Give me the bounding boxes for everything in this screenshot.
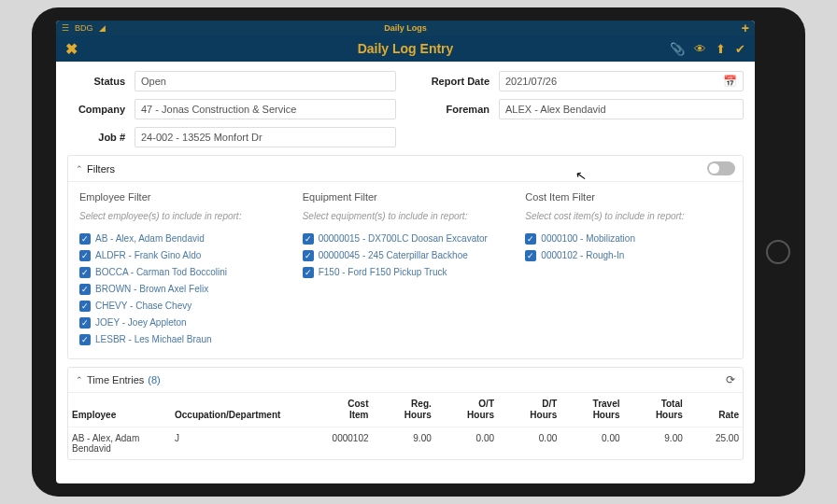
employee-label: JOEY - Joey Appleton xyxy=(95,317,187,329)
equipment-label: 00000015 - DX700LC Doosan Excavator xyxy=(319,233,488,245)
costitem-item[interactable]: 0000102 - Rough-In xyxy=(525,250,731,261)
equipment-item[interactable]: 00000015 - DX700LC Doosan Excavator xyxy=(303,233,509,245)
table-row[interactable]: AB - Alex, Adam BendavidJ00001029.000.00… xyxy=(68,427,743,460)
report-date-label: Report Date xyxy=(415,76,489,87)
chevron-up-icon: ⌃ xyxy=(76,164,83,174)
col-travel: TravelHours xyxy=(560,393,623,427)
col-rate: Rate xyxy=(687,393,743,427)
col-occupation: Occupation/Department xyxy=(171,393,292,427)
equipment-label: F150 - Ford F150 Pickup Truck xyxy=(319,267,447,278)
equipment-label: 00000045 - 245 Caterpillar Backhoe xyxy=(319,250,468,261)
employee-item[interactable]: JOEY - Joey Appleton xyxy=(79,317,286,329)
job-label: Job # xyxy=(67,132,125,143)
screen-title: Daily Logs xyxy=(56,23,755,33)
checkbox-icon[interactable] xyxy=(525,250,536,261)
col-dt: D/THours xyxy=(498,393,560,427)
equipment-item[interactable]: F150 - Ford F150 Pickup Truck xyxy=(303,267,509,278)
modal-header: ✖ Daily Log Entry 📎 👁 ⬆ ✔ xyxy=(56,35,755,62)
col-ot: O/THours xyxy=(435,393,498,427)
employee-label: LESBR - Les Michael Braun xyxy=(95,334,212,345)
checkbox-icon[interactable] xyxy=(79,233,91,245)
employee-label: BOCCA - Carman Tod Boccolini xyxy=(95,267,227,278)
time-entries-section: ⌃ Time Entries (8) ⟳ Employee Occupation… xyxy=(67,367,744,460)
col-employee: Employee xyxy=(68,393,171,427)
foreman-label: Foreman xyxy=(415,104,489,115)
confirm-icon[interactable]: ✔ xyxy=(735,42,745,56)
filters-toggle[interactable] xyxy=(707,161,735,175)
view-icon[interactable]: 👁 xyxy=(694,42,706,56)
calendar-icon[interactable]: 📅 xyxy=(723,75,737,88)
tablet-frame: ☰ BDG ◢ Daily Logs + ✖ Daily Log Entry 📎… xyxy=(32,7,805,497)
employee-item[interactable]: BOCCA - Carman Tod Boccolini xyxy=(79,267,286,278)
col-cost-item: CostItem xyxy=(292,393,373,427)
filters-header[interactable]: ⌃ Filters xyxy=(68,156,743,182)
add-icon[interactable]: + xyxy=(742,21,749,35)
costitem-item[interactable]: 0000100 - Mobilization xyxy=(525,233,731,245)
status-label: Status xyxy=(67,76,125,87)
upload-icon[interactable]: ⬆ xyxy=(716,42,726,56)
cell-travel: 0.00 xyxy=(560,427,623,460)
checkbox-icon[interactable] xyxy=(79,284,91,295)
time-entries-table: Employee Occupation/Department CostItem … xyxy=(68,392,743,459)
chevron-up-icon: ⌃ xyxy=(76,375,83,385)
filters-section: ⌃ Filters Employee Filter Select employe… xyxy=(67,155,744,359)
cell-ot: 0.00 xyxy=(435,427,498,460)
checkbox-icon[interactable] xyxy=(303,267,314,278)
modal-title: Daily Log Entry xyxy=(358,41,454,56)
checkbox-icon[interactable] xyxy=(79,334,91,345)
checkbox-icon[interactable] xyxy=(79,267,91,278)
equipment-item[interactable]: 00000045 - 245 Caterpillar Backhoe xyxy=(303,250,509,261)
employee-label: BROWN - Brown Axel Felix xyxy=(95,284,208,295)
status-bar: ☰ BDG ◢ Daily Logs + xyxy=(56,21,755,35)
cell-occupation: J xyxy=(171,427,292,460)
employee-item[interactable]: AB - Alex, Adam Bendavid xyxy=(79,233,286,245)
employee-label: ALDFR - Frank Gino Aldo xyxy=(95,250,201,261)
checkbox-icon[interactable] xyxy=(79,317,91,329)
employee-filter-hint: Select employee(s) to include in report: xyxy=(79,210,286,222)
time-entries-title: Time Entries xyxy=(87,374,144,385)
company-field[interactable]: 47 - Jonas Construction & Service xyxy=(135,99,396,119)
time-entries-count: (8) xyxy=(148,374,160,385)
content: Status Open Report Date 2021/07/26 📅 Com… xyxy=(56,62,755,483)
employee-label: AB - Alex, Adam Bendavid xyxy=(95,233,205,245)
costitem-filter-title: Cost Item Filter xyxy=(525,191,731,203)
checkbox-icon[interactable] xyxy=(303,233,314,245)
home-button[interactable] xyxy=(766,240,790,264)
employee-item[interactable]: CHEVY - Chase Chevy xyxy=(79,301,286,312)
employee-item[interactable]: BROWN - Brown Axel Felix xyxy=(79,284,286,295)
checkbox-icon[interactable] xyxy=(79,250,91,261)
costitem-label: 0000102 - Rough-In xyxy=(541,250,624,261)
employee-item[interactable]: LESBR - Les Michael Braun xyxy=(79,334,286,345)
close-icon[interactable]: ✖ xyxy=(65,40,78,58)
employee-filter: Employee Filter Select employee(s) to in… xyxy=(79,191,286,345)
job-field[interactable]: 24-002 - 13525 Monfort Dr xyxy=(135,127,396,147)
status-field[interactable]: Open xyxy=(135,71,396,91)
equipment-filter: Equipment Filter Select equipment(s) to … xyxy=(303,191,509,345)
modal-actions: 📎 👁 ⬆ ✔ xyxy=(670,42,745,56)
cell-rate: 25.00 xyxy=(687,427,743,460)
col-total: TotalHours xyxy=(624,393,687,427)
employee-item[interactable]: ALDFR - Frank Gino Aldo xyxy=(79,250,286,261)
cell-employee: AB - Alex, Adam Bendavid xyxy=(68,427,171,460)
equipment-filter-title: Equipment Filter xyxy=(303,191,509,203)
col-reg: Reg.Hours xyxy=(373,393,435,427)
costitem-label: 0000100 - Mobilization xyxy=(541,233,635,245)
checkbox-icon[interactable] xyxy=(303,250,314,261)
employee-label: CHEVY - Chase Chevy xyxy=(95,301,192,312)
checkbox-icon[interactable] xyxy=(525,233,536,245)
cell-total: 9.00 xyxy=(624,427,687,460)
time-entries-header[interactable]: ⌃ Time Entries (8) ⟳ xyxy=(68,368,743,392)
employee-filter-title: Employee Filter xyxy=(79,191,286,203)
costitem-filter: Cost Item Filter Select cost item(s) to … xyxy=(525,191,731,345)
cell-cost-item: 0000102 xyxy=(292,427,373,460)
foreman-field[interactable]: ALEX - Alex Bendavid xyxy=(499,99,744,119)
company-label: Company xyxy=(67,104,125,115)
cell-dt: 0.00 xyxy=(498,427,560,460)
attach-icon[interactable]: 📎 xyxy=(670,42,685,56)
equipment-filter-hint: Select equipment(s) to include in report… xyxy=(303,210,509,222)
costitem-filter-hint: Select cost item(s) to include in report… xyxy=(525,210,731,222)
report-date-field[interactable]: 2021/07/26 📅 xyxy=(499,71,744,91)
filters-title: Filters xyxy=(87,163,115,175)
checkbox-icon[interactable] xyxy=(79,301,91,312)
refresh-icon[interactable]: ⟳ xyxy=(726,373,735,386)
